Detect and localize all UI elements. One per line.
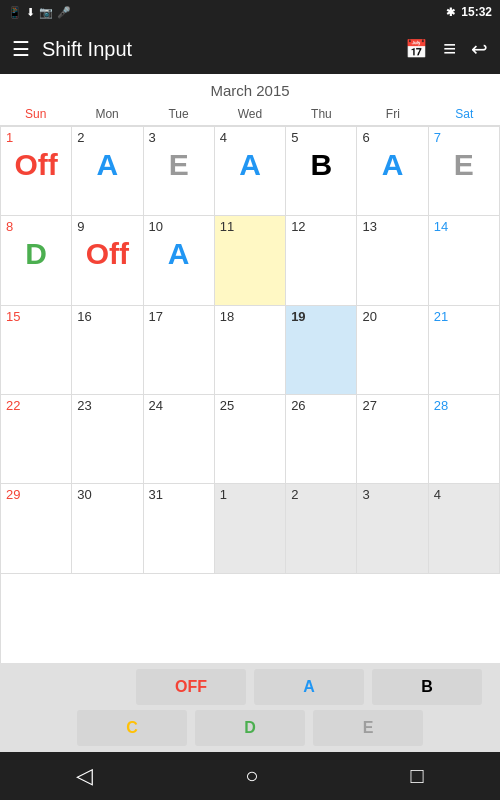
calendar-cell-9[interactable]: 10A xyxy=(144,216,215,305)
download-icon: ⬇ xyxy=(26,6,35,19)
calendar-cell-26[interactable]: 27 xyxy=(357,395,428,484)
cell-date-17: 18 xyxy=(220,309,234,325)
calendar-cell-23[interactable]: 24 xyxy=(144,395,215,484)
calendar-days-header: Sun Mon Tue Wed Thu Fri Sat xyxy=(0,103,500,126)
toolbar: ☰ Shift Input 📅 ≡ ↩ xyxy=(0,24,500,74)
cell-date-34: 4 xyxy=(434,487,441,503)
calendar-cell-15[interactable]: 16 xyxy=(72,306,143,395)
calendar-cell-20[interactable]: 21 xyxy=(429,306,500,395)
bluetooth-icon: ✱ xyxy=(446,6,455,19)
cell-shift-4: B xyxy=(310,150,332,180)
calendar-cell-27[interactable]: 28 xyxy=(429,395,500,484)
cell-shift-1: A xyxy=(97,150,119,180)
cell-date-31: 1 xyxy=(220,487,227,503)
status-bar-right: ✱ 15:32 xyxy=(446,5,492,19)
calendar-cell-25[interactable]: 26 xyxy=(286,395,357,484)
camera-icon: 📷 xyxy=(39,6,53,19)
calendar-cell-14[interactable]: 15 xyxy=(1,306,72,395)
shift-buttons-row-1: OFF A B xyxy=(8,669,492,705)
shift-btn-off[interactable]: OFF xyxy=(136,669,246,705)
cell-date-22: 23 xyxy=(77,398,91,414)
shift-btn-d[interactable]: D xyxy=(195,710,305,746)
cell-shift-9: A xyxy=(168,239,190,269)
list-icon[interactable]: ≡ xyxy=(443,36,455,62)
nav-home-icon[interactable]: ○ xyxy=(237,755,266,797)
cell-date-16: 17 xyxy=(149,309,163,325)
month-year-label: March 2015 xyxy=(210,82,289,99)
calendar-cell-21[interactable]: 22 xyxy=(1,395,72,484)
calendar-cell-34[interactable]: 4 xyxy=(429,484,500,573)
cell-date-9: 10 xyxy=(149,219,163,235)
day-name-mon: Mon xyxy=(71,103,142,125)
cell-date-14: 15 xyxy=(6,309,20,325)
calendar-cell-6[interactable]: 7E xyxy=(429,127,500,216)
calendar-cell-4[interactable]: 5B xyxy=(286,127,357,216)
calendar-cell-28[interactable]: 29 xyxy=(1,484,72,573)
calendar-cell-16[interactable]: 17 xyxy=(144,306,215,395)
calendar-month-header: March 2015 xyxy=(0,74,500,103)
shift-btn-c[interactable]: C xyxy=(77,710,187,746)
cell-date-5: 6 xyxy=(362,130,369,146)
cell-date-29: 30 xyxy=(77,487,91,503)
calendar-cell-19[interactable]: 20 xyxy=(357,306,428,395)
cell-date-12: 13 xyxy=(362,219,376,235)
cell-date-28: 29 xyxy=(6,487,20,503)
day-name-tue: Tue xyxy=(143,103,214,125)
cell-date-11: 12 xyxy=(291,219,305,235)
calendar-cell-8[interactable]: 9Off xyxy=(72,216,143,305)
calendar-cell-17[interactable]: 18 xyxy=(215,306,286,395)
main-content: March 2015 Sun Mon Tue Wed Thu Fri Sat 1… xyxy=(0,74,500,752)
calendar-cell-2[interactable]: 3E xyxy=(144,127,215,216)
calendar-cell-3[interactable]: 4A xyxy=(215,127,286,216)
calendar-cell-7[interactable]: 8D xyxy=(1,216,72,305)
calendar-cell-13[interactable]: 14 xyxy=(429,216,500,305)
calendar-cell-18[interactable]: 19 xyxy=(286,306,357,395)
nav-square-icon[interactable]: □ xyxy=(403,755,432,797)
cell-date-21: 22 xyxy=(6,398,20,414)
calendar-cell-5[interactable]: 6A xyxy=(357,127,428,216)
cell-date-33: 3 xyxy=(362,487,369,503)
back-icon[interactable]: ↩ xyxy=(471,37,488,61)
calendar-cell-33[interactable]: 3 xyxy=(357,484,428,573)
cell-date-4: 5 xyxy=(291,130,298,146)
cell-date-24: 25 xyxy=(220,398,234,414)
mic-icon: 🎤 xyxy=(57,6,71,19)
status-bar: 📱 ⬇ 📷 🎤 ✱ 15:32 xyxy=(0,0,500,24)
menu-icon[interactable]: ☰ xyxy=(12,37,30,61)
cell-shift-5: A xyxy=(382,150,404,180)
calendar-cell-29[interactable]: 30 xyxy=(72,484,143,573)
cell-date-8: 9 xyxy=(77,219,84,235)
calendar-cell-24[interactable]: 25 xyxy=(215,395,286,484)
cell-date-26: 27 xyxy=(362,398,376,414)
cell-date-32: 2 xyxy=(291,487,298,503)
calendar-icon[interactable]: 📅 xyxy=(405,38,427,60)
calendar-cell-11[interactable]: 12 xyxy=(286,216,357,305)
cell-shift-6: E xyxy=(454,150,474,180)
calendar-cell-1[interactable]: 2A xyxy=(72,127,143,216)
calendar-cell-0[interactable]: 1Off xyxy=(1,127,72,216)
cell-shift-2: E xyxy=(169,150,189,180)
calendar-cell-12[interactable]: 13 xyxy=(357,216,428,305)
day-name-thu: Thu xyxy=(286,103,357,125)
shift-btn-a[interactable]: A xyxy=(254,669,364,705)
calendar-cell-30[interactable]: 31 xyxy=(144,484,215,573)
cell-date-3: 4 xyxy=(220,130,227,146)
cell-date-15: 16 xyxy=(77,309,91,325)
cell-date-25: 26 xyxy=(291,398,305,414)
cell-date-27: 28 xyxy=(434,398,448,414)
calendar-cell-31[interactable]: 1 xyxy=(215,484,286,573)
shift-btn-e[interactable]: E xyxy=(313,710,423,746)
calendar-cell-22[interactable]: 23 xyxy=(72,395,143,484)
cell-date-19: 20 xyxy=(362,309,376,325)
phone-icon: 📱 xyxy=(8,6,22,19)
nav-back-icon[interactable]: ◁ xyxy=(68,755,101,797)
calendar-cell-32[interactable]: 2 xyxy=(286,484,357,573)
cell-date-7: 8 xyxy=(6,219,13,235)
shift-btn-b[interactable]: B xyxy=(372,669,482,705)
day-name-sat: Sat xyxy=(429,103,500,125)
cell-date-23: 24 xyxy=(149,398,163,414)
calendar-grid: 1Off2A3E4A5B6A7E8D9Off10A111213141516171… xyxy=(0,126,500,663)
calendar-cell-10[interactable]: 11 xyxy=(215,216,286,305)
page-title: Shift Input xyxy=(42,38,393,61)
calendar: March 2015 Sun Mon Tue Wed Thu Fri Sat 1… xyxy=(0,74,500,663)
